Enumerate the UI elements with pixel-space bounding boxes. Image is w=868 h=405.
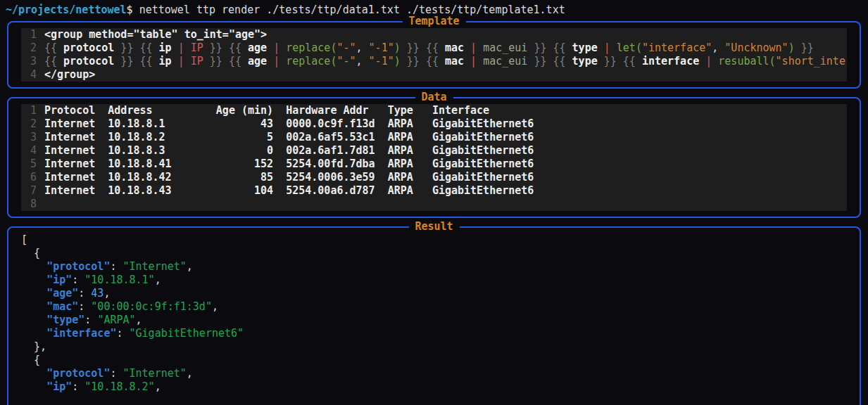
code-line-content: "age": 43, <box>21 287 847 300</box>
code-line-content: Internet 10.18.8.43 104 5254.00a6.d787 A… <box>44 184 847 198</box>
code-line: "ip": "10.18.8.2", <box>21 380 847 394</box>
code-line: 3{{ protocol }} {{ ip | IP }} {{ age | r… <box>21 55 847 68</box>
template-panel-title: Template <box>402 15 465 28</box>
line-number: 4 <box>21 144 37 158</box>
line-number: 2 <box>21 117 37 131</box>
terminal-window: ~/projects/nettowel$ nettowel ttp render… <box>0 0 868 405</box>
code-line-content: Internet 10.18.8.1 43 0000.0c9f.f13d ARP… <box>44 117 847 131</box>
code-line-content: <group method="table" to_int="age"> <box>44 28 847 41</box>
code-line-content: Internet 10.18.8.41 152 5254.00fd.7dba A… <box>44 158 847 171</box>
code-line-content: }, <box>21 340 847 354</box>
code-line-content: {{ protocol }} {{ ip | IP }} {{ age | re… <box>44 55 847 68</box>
code-line: "ip": "10.18.8.1", <box>21 274 847 287</box>
code-line: }, <box>21 340 847 354</box>
code-line: 4Internet 10.18.8.3 0 002a.6af1.7d81 ARP… <box>21 144 847 158</box>
code-line: "age": 43, <box>21 287 847 300</box>
line-number: 3 <box>21 55 37 68</box>
code-line: { <box>21 354 847 367</box>
code-line: "mac": "00:00:0c:9f:f1:3d", <box>21 300 847 314</box>
data-panel-title: Data <box>415 91 453 104</box>
prompt-path: ~/projects/nettowel <box>6 4 127 16</box>
code-line-content: Internet 10.18.8.42 85 5254.0006.3e59 AR… <box>44 171 847 184</box>
prompt-symbol: $ <box>127 4 133 16</box>
code-line-content: "ip": "10.18.8.1", <box>21 274 847 287</box>
code-line: 1<group method="table" to_int="age"> <box>21 28 847 41</box>
code-line-content: [ <box>21 233 847 247</box>
data-code-block: 1Protocol Address Age (min) Hardware Add… <box>21 104 847 211</box>
code-line: 8 <box>21 198 847 211</box>
code-line-content <box>44 198 847 211</box>
line-number: 7 <box>21 184 37 198</box>
code-line: [ <box>21 233 847 247</box>
code-line-content: "protocol": "Internet", <box>21 367 847 380</box>
code-line-content: </group> <box>44 68 847 82</box>
line-number: 2 <box>21 41 37 55</box>
result-panel: Result [ { "protocol": "Internet", "ip":… <box>7 226 861 405</box>
code-line: 5Internet 10.18.8.41 152 5254.00fd.7dba … <box>21 158 847 171</box>
code-line-content: Protocol Address Age (min) Hardware Addr… <box>44 104 847 117</box>
code-line-content: "mac": "00:00:0c:9f:f1:3d", <box>21 300 847 314</box>
line-number: 4 <box>21 68 37 82</box>
line-number: 5 <box>21 158 37 171</box>
code-line: 1Protocol Address Age (min) Hardware Add… <box>21 104 847 117</box>
code-line-content: {{ protocol }} {{ ip | IP }} {{ age | re… <box>44 41 847 55</box>
code-line-content: "type": "ARPA", <box>21 314 847 327</box>
line-number: 1 <box>21 104 37 117</box>
code-line: "interface": "GigabitEthernet6" <box>21 327 847 340</box>
code-line: 4</group> <box>21 68 847 82</box>
code-line: "type": "ARPA", <box>21 314 847 327</box>
line-number: 3 <box>21 131 37 144</box>
template-code-block: 1<group method="table" to_int="age">2{{ … <box>21 28 847 82</box>
line-number: 1 <box>21 28 37 41</box>
code-line: 7Internet 10.18.8.43 104 5254.00a6.d787 … <box>21 184 847 198</box>
code-line: { <box>21 247 847 260</box>
line-number: 8 <box>21 198 37 211</box>
code-line: "protocol": "Internet", <box>21 260 847 274</box>
code-line-content: "interface": "GigabitEthernet6" <box>21 327 847 340</box>
code-line-content: "protocol": "Internet", <box>21 260 847 274</box>
result-code-block: [ { "protocol": "Internet", "ip": "10.18… <box>21 233 847 394</box>
template-panel: Template 1<group method="table" to_int="… <box>7 21 861 89</box>
code-line: "protocol": "Internet", <box>21 367 847 380</box>
code-line-content: { <box>21 247 847 260</box>
result-panel-title: Result <box>408 220 459 233</box>
code-line-content: Internet 10.18.8.2 5 002a.6af5.53c1 ARPA… <box>44 131 847 144</box>
data-panel: Data 1Protocol Address Age (min) Hardwar… <box>7 97 861 218</box>
code-line: 6Internet 10.18.8.42 85 5254.0006.3e59 A… <box>21 171 847 184</box>
code-line-content: "ip": "10.18.8.2", <box>21 380 847 394</box>
code-line: 2Internet 10.18.8.1 43 0000.0c9f.f13d AR… <box>21 117 847 131</box>
code-line: 2{{ protocol }} {{ ip | IP }} {{ age | r… <box>21 41 847 55</box>
code-line: 3Internet 10.18.8.2 5 002a.6af5.53c1 ARP… <box>21 131 847 144</box>
command-text: nettowel ttp render ./tests/ttp/data1.tx… <box>133 4 565 16</box>
line-number: 6 <box>21 171 37 184</box>
code-line-content: Internet 10.18.8.3 0 002a.6af1.7d81 ARPA… <box>44 144 847 158</box>
code-line-content: { <box>21 354 847 367</box>
